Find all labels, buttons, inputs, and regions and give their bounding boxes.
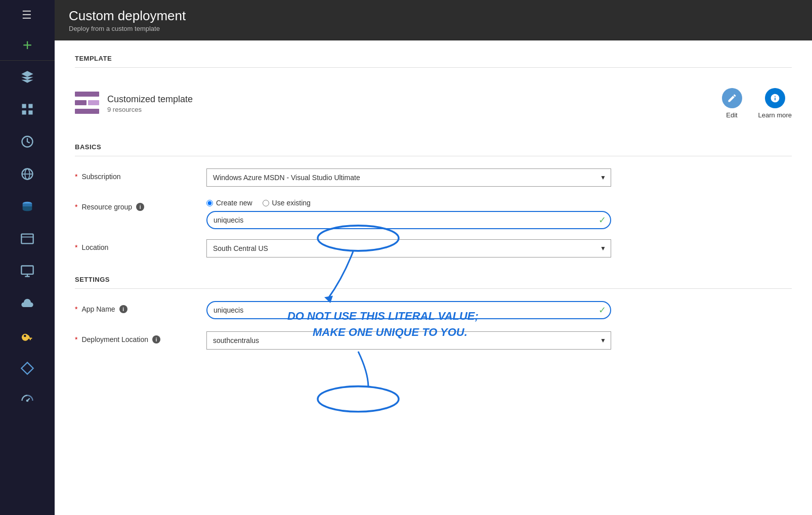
resource-group-info-icon[interactable]: i xyxy=(136,203,144,211)
monitor-icon xyxy=(20,264,34,278)
sidebar-item-container[interactable] xyxy=(0,223,55,255)
template-actions: Edit Learn more xyxy=(722,88,792,119)
svg-marker-14 xyxy=(21,362,33,374)
sidebar-item-grid[interactable] xyxy=(0,93,55,125)
hamburger-menu[interactable]: ☰ xyxy=(0,0,55,30)
edit-template-button[interactable]: Edit xyxy=(722,88,742,119)
subscription-row: * Subscription Windows Azure MSDN - Visu… xyxy=(75,168,792,189)
info-icon xyxy=(770,93,780,103)
settings-section: SETTINGS * App Name i ✓ xyxy=(75,276,792,352)
edit-label: Edit xyxy=(726,111,737,119)
app-name-input-wrapper: ✓ xyxy=(206,301,611,319)
create-new-radio[interactable] xyxy=(206,200,213,206)
container-icon xyxy=(20,232,34,246)
page-subtitle: Deploy from a custom template xyxy=(69,25,798,32)
create-new-radio-label[interactable]: Create new xyxy=(206,199,252,207)
sidebar-item-cube[interactable] xyxy=(0,61,55,93)
location-label: * Location xyxy=(75,239,206,251)
resource-group-label: * Resource group i xyxy=(75,199,206,211)
grid-icon xyxy=(20,102,34,116)
page-title: Custom deployment xyxy=(69,8,798,24)
topbar: Custom deployment Deploy from a custom t… xyxy=(55,0,812,40)
sql-icon xyxy=(20,199,34,213)
svg-rect-3 xyxy=(28,110,32,114)
sidebar-item-vm[interactable] xyxy=(0,255,55,287)
basics-divider xyxy=(75,156,792,156)
subscription-select[interactable]: Windows Azure MSDN - Visual Studio Ultim… xyxy=(206,168,611,187)
template-info: Customized template 9 resources xyxy=(107,94,193,113)
info-icon-circle xyxy=(765,88,785,108)
required-star-4: * xyxy=(75,305,77,313)
app-name-control: ✓ xyxy=(206,301,611,319)
gauge-icon xyxy=(20,394,34,408)
learn-more-label: Learn more xyxy=(758,111,792,119)
svg-rect-0 xyxy=(22,104,26,108)
use-existing-radio-label[interactable]: Use existing xyxy=(263,199,311,207)
diamond-icon xyxy=(20,361,34,375)
create-new-label: Create new xyxy=(216,199,252,207)
use-existing-label: Use existing xyxy=(272,199,311,207)
basics-section: BASICS * Subscription Windows Azure MSDN… xyxy=(75,143,792,260)
required-star-2: * xyxy=(75,203,77,211)
deployment-location-select[interactable]: southcentralus eastus westus xyxy=(206,331,611,350)
deployment-location-select-wrapper: southcentralus eastus westus xyxy=(206,331,611,350)
resource-group-input[interactable] xyxy=(206,211,611,229)
hamburger-icon: ☰ xyxy=(22,9,33,22)
use-existing-radio[interactable] xyxy=(263,200,269,206)
learn-more-button[interactable]: Learn more xyxy=(758,88,792,119)
sidebar-item-clock[interactable] xyxy=(0,125,55,158)
svg-rect-1 xyxy=(28,104,32,108)
subscription-select-wrapper: Windows Azure MSDN - Visual Studio Ultim… xyxy=(206,168,611,187)
location-label-text: Location xyxy=(81,243,108,251)
main-content: Custom deployment Deploy from a custom t… xyxy=(55,0,812,515)
required-star-5: * xyxy=(75,335,77,344)
sidebar-item-keys[interactable] xyxy=(0,320,55,352)
svg-rect-9 xyxy=(21,234,33,244)
sidebar-item-sql[interactable] xyxy=(0,190,55,223)
sidebar: ☰ + xyxy=(0,0,55,515)
subscription-control: Windows Azure MSDN - Visual Studio Ultim… xyxy=(206,168,611,187)
resource-group-input-wrapper: ✓ xyxy=(206,211,611,229)
template-section: TEMPLATE Customized template 9 resources xyxy=(75,55,792,127)
template-icon-row2a xyxy=(75,100,87,105)
sidebar-item-gauge[interactable] xyxy=(0,384,55,417)
deployment-location-info-icon[interactable]: i xyxy=(152,335,160,344)
svg-point-21 xyxy=(318,387,399,412)
subscription-label-text: Subscription xyxy=(81,173,120,181)
template-resources: 9 resources xyxy=(107,106,193,113)
template-divider xyxy=(75,67,792,68)
cloud-icon xyxy=(20,296,34,311)
location-select[interactable]: South Central US East US West US xyxy=(206,239,611,258)
clock-icon xyxy=(20,135,34,149)
subscription-label: * Subscription xyxy=(75,168,206,181)
basics-section-header: BASICS xyxy=(75,143,792,151)
template-section-header: TEMPLATE xyxy=(75,55,792,62)
app-name-check-icon: ✓ xyxy=(599,305,606,316)
template-icon-row1 xyxy=(75,92,99,97)
resource-group-control: Create new Use existing ✓ xyxy=(206,199,611,229)
template-left: Customized template 9 resources xyxy=(75,92,193,116)
deployment-location-control: southcentralus eastus westus xyxy=(206,331,611,350)
required-star: * xyxy=(75,173,77,181)
resource-group-radio-group: Create new Use existing xyxy=(206,199,611,207)
deployment-location-label: * Deployment Location i xyxy=(75,331,206,344)
app-name-input[interactable] xyxy=(206,301,611,319)
settings-section-header: SETTINGS xyxy=(75,276,792,283)
app-name-label-text: App Name xyxy=(81,305,115,313)
cube-icon xyxy=(20,70,34,84)
content-area: TEMPLATE Customized template 9 resources xyxy=(55,40,812,515)
sidebar-item-cloud[interactable] xyxy=(0,287,55,320)
required-star-3: * xyxy=(75,243,77,251)
app-name-row: * App Name i ✓ xyxy=(75,301,792,321)
app-name-info-icon[interactable]: i xyxy=(119,305,127,313)
sidebar-item-diamond[interactable] xyxy=(0,352,55,384)
settings-divider xyxy=(75,288,792,289)
template-name: Customized template xyxy=(107,94,193,105)
create-resource-button[interactable]: + xyxy=(0,30,55,61)
sidebar-item-globe[interactable] xyxy=(0,158,55,190)
svg-line-16 xyxy=(27,398,30,401)
template-icon-row2b xyxy=(88,100,100,105)
key-icon xyxy=(20,329,34,343)
app-name-label: * App Name i xyxy=(75,301,206,313)
location-select-wrapper: South Central US East US West US xyxy=(206,239,611,258)
